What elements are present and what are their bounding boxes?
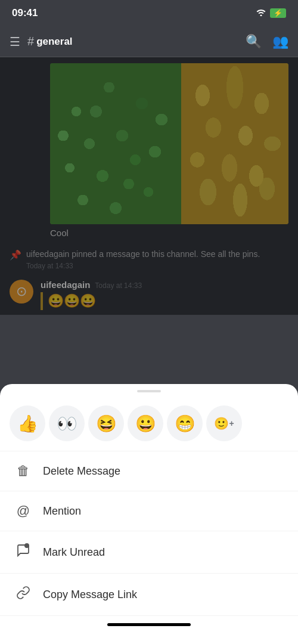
- search-icon[interactable]: 🔍: [246, 34, 262, 49]
- svg-point-0: [24, 543, 29, 548]
- message-content: uifeedagain Today at 14:33 😀😀😀: [41, 280, 288, 311]
- pin-message: 📌 uifeedagain pinned a message to this c…: [0, 244, 298, 275]
- members-icon[interactable]: 👥: [272, 34, 288, 49]
- emoji-reactions-row: 👍 👀 😆 😀 😁 🙂+: [0, 401, 298, 451]
- delete-message-item[interactable]: 🗑 Delete Message: [0, 451, 298, 491]
- reaction-smile[interactable]: 😀: [128, 405, 163, 441]
- message-body: 😀😀😀: [41, 292, 288, 311]
- mark-unread-item[interactable]: Mark Unread: [0, 531, 298, 574]
- delete-icon: 🗑: [14, 463, 32, 479]
- message-emojis: 😀😀😀: [48, 293, 96, 308]
- reaction-eyes[interactable]: 👀: [49, 405, 85, 441]
- cool-text: Cool: [0, 224, 298, 244]
- channel-name-text: general: [36, 36, 72, 48]
- hamburger-icon[interactable]: ☰: [10, 35, 20, 49]
- food-image: [50, 63, 288, 224]
- reaction-thumbsup[interactable]: 👍: [10, 405, 45, 441]
- mention-item[interactable]: @ Mention: [0, 491, 298, 531]
- message-row: ⊙ uifeedagain Today at 14:33 😀😀😀: [0, 275, 298, 315]
- drag-handle[interactable]: [137, 390, 161, 392]
- add-reaction-button[interactable]: 🙂+: [206, 405, 242, 441]
- channel-header: ☰ # general 🔍 👥: [0, 26, 298, 57]
- avatar: ⊙: [10, 280, 33, 304]
- status-icons: ⚡: [256, 8, 286, 18]
- copy-link-item[interactable]: Copy Message Link: [0, 574, 298, 616]
- mark-unread-icon: [14, 543, 32, 561]
- delete-label: Delete Message: [43, 465, 120, 478]
- bottom-sheet: 👍 👀 😆 😀 😁 🙂+ 🗑 Delete Message @ Mention …: [0, 384, 298, 644]
- reaction-xd[interactable]: 😆: [88, 405, 124, 441]
- wifi-icon: [256, 8, 266, 18]
- pin-text: uifeedagain pinned a message to this cha…: [26, 249, 260, 261]
- copy-link-label: Copy Message Link: [43, 589, 137, 601]
- pin-icon: 📌: [10, 249, 21, 261]
- message-time: Today at 14:33: [95, 281, 142, 290]
- status-time: 09:41: [12, 7, 38, 19]
- home-indicator: [107, 623, 191, 626]
- mention-icon: @: [14, 503, 32, 519]
- header-icons: 🔍 👥: [246, 34, 288, 49]
- mention-label: Mention: [43, 505, 81, 518]
- copy-link-icon: [14, 586, 32, 603]
- username: uifeedagain: [41, 280, 90, 290]
- channel-name: # general: [27, 35, 246, 48]
- avatar-icon: ⊙: [16, 284, 27, 299]
- pin-time: Today at 14:33: [26, 262, 260, 270]
- mark-unread-label: Mark Unread: [43, 546, 105, 559]
- reaction-grin[interactable]: 😁: [167, 405, 203, 441]
- hash-symbol: #: [27, 35, 34, 48]
- battery-icon: ⚡: [270, 8, 286, 18]
- status-bar: 09:41 ⚡: [0, 0, 298, 26]
- message-header: uifeedagain Today at 14:33: [41, 280, 288, 290]
